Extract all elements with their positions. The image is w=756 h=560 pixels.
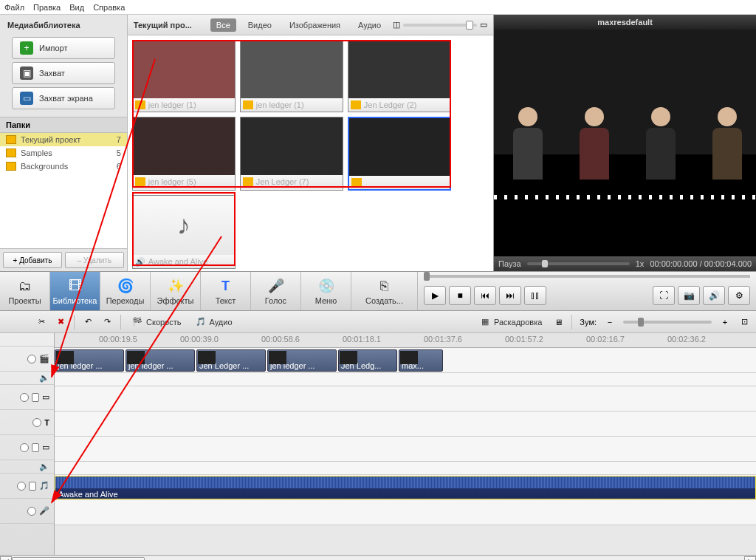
audio-icon: 🔊 bbox=[135, 257, 145, 267]
audio-clip[interactable]: Awake and Alive bbox=[55, 476, 756, 499]
import-button[interactable]: + Импорт bbox=[12, 37, 115, 59]
next-frame-button[interactable]: ⏭ bbox=[499, 286, 521, 305]
filter-all[interactable]: Все bbox=[210, 18, 236, 32]
eye-icon[interactable] bbox=[20, 393, 29, 402]
audio1-vol-track[interactable] bbox=[55, 462, 756, 475]
eye-icon[interactable] bbox=[17, 482, 26, 491]
thumbnail-size-slider[interactable]: ◫ ▭ bbox=[393, 20, 487, 30]
horizontal-scrollbar[interactable]: ◀ ▶ bbox=[0, 555, 756, 560]
text-label: Текст bbox=[216, 296, 236, 305]
video-clip[interactable]: jen ledger ... bbox=[267, 349, 337, 372]
delete-icon[interactable]: ✖ bbox=[55, 316, 66, 328]
lock-icon[interactable] bbox=[32, 393, 39, 402]
stop-button[interactable]: ■ bbox=[449, 286, 471, 305]
scrollbar-thumb[interactable] bbox=[12, 557, 145, 561]
eye-icon[interactable] bbox=[20, 443, 29, 452]
create-button[interactable]: ⎘Создать... bbox=[351, 272, 418, 310]
audio-button[interactable]: 🎵Аудио bbox=[192, 315, 236, 329]
speaker-icon[interactable]: 🔈 bbox=[39, 373, 49, 383]
screen-capture-button[interactable]: ▭ Захват экрана bbox=[12, 87, 115, 109]
import-label: Импорт bbox=[39, 44, 67, 52]
media-thumbnail[interactable]: jen ledger (5) bbox=[132, 117, 236, 191]
filter-video[interactable]: Видео bbox=[242, 18, 278, 32]
video-clip[interactable]: Jen Ledg... bbox=[338, 349, 397, 372]
redo-icon[interactable]: ↷ bbox=[101, 316, 113, 328]
transitions-button[interactable]: 🌀Переходы bbox=[100, 272, 151, 310]
library-button[interactable]: 🎞Библиотека bbox=[50, 272, 100, 310]
audio2-track[interactable]: Awake and Alive bbox=[55, 475, 756, 500]
audio-thumbnail[interactable]: ♪ 🔊Awake and Alive bbox=[132, 195, 236, 269]
speaker-icon[interactable]: 🔈 bbox=[39, 462, 49, 471]
eye-icon[interactable] bbox=[32, 418, 41, 427]
menu-edit[interactable]: Правка bbox=[33, 3, 61, 12]
media-thumbnail[interactable] bbox=[348, 117, 451, 191]
delete-folder-button[interactable]: – Удалить bbox=[65, 252, 124, 268]
media-thumbnail[interactable]: jen ledger (1) bbox=[240, 40, 343, 112]
zoom-out-icon[interactable]: − bbox=[604, 316, 616, 328]
fullscreen-button[interactable]: ⛶ bbox=[653, 286, 675, 305]
volume-button[interactable]: 🔊 bbox=[703, 286, 725, 305]
folder-samples[interactable]: Samples 5 bbox=[0, 146, 127, 160]
filter-images[interactable]: Изображения bbox=[284, 18, 346, 32]
lock-icon[interactable] bbox=[32, 443, 39, 452]
menu-button[interactable]: 💿Меню bbox=[301, 272, 351, 310]
effects-button[interactable]: ✨Эффекты bbox=[151, 272, 201, 310]
media-thumbnail[interactable]: Jen Ledger (7) bbox=[240, 117, 343, 191]
video-clip[interactable]: max... bbox=[399, 349, 443, 372]
split-button[interactable]: ⫿⫿ bbox=[524, 286, 546, 305]
video-clip[interactable]: jen ledger ... bbox=[126, 349, 195, 372]
view-mode-icon[interactable]: 🖥 bbox=[552, 316, 564, 328]
menu-view[interactable]: Вид bbox=[69, 3, 84, 12]
zoom-slider[interactable] bbox=[623, 321, 712, 324]
folder-icon bbox=[6, 135, 16, 144]
voice-track[interactable] bbox=[55, 500, 756, 525]
video-audio-track[interactable] bbox=[55, 373, 756, 386]
scroll-left-icon[interactable]: ◀ bbox=[0, 556, 12, 561]
time-ruler[interactable]: 00:00:19.500:00:39.000:00:58.600:01:18.1… bbox=[55, 333, 756, 348]
play-button[interactable]: ▶ bbox=[424, 286, 446, 305]
tracks-area[interactable]: 00:00:19.500:00:39.000:00:58.600:01:18.1… bbox=[55, 333, 756, 555]
camera-icon: ▣ bbox=[20, 66, 33, 80]
video-track[interactable]: jen ledger ...jen ledger ...Jen Ledger .… bbox=[55, 348, 756, 373]
media-thumbnail[interactable]: jen ledger (1) bbox=[132, 40, 236, 112]
filter-audio[interactable]: Аудио bbox=[352, 18, 387, 32]
eye-icon[interactable] bbox=[27, 355, 36, 363]
preview-seek-bar[interactable] bbox=[418, 272, 756, 281]
folder-current-project[interactable]: Текущий проект 7 bbox=[0, 133, 127, 146]
text-track[interactable] bbox=[55, 412, 756, 437]
cut-icon[interactable]: ✂ bbox=[35, 316, 47, 328]
timeline: 🎬 🔈 ▭ T ▭ 🔈 🎵 🎤 00:00:19.500:00:39.000:0… bbox=[0, 333, 756, 555]
speed-button[interactable]: 🏁Скорость bbox=[128, 315, 185, 329]
media-thumbnail[interactable]: Jen Ledger (2) bbox=[348, 40, 451, 112]
prev-frame-button[interactable]: ⏮ bbox=[474, 286, 496, 305]
video-track-label: 🎬 bbox=[0, 346, 54, 372]
undo-icon[interactable]: ↶ bbox=[82, 316, 94, 328]
eye-icon[interactable] bbox=[27, 507, 36, 516]
text-button[interactable]: TТекст bbox=[201, 272, 251, 310]
audio1-track[interactable] bbox=[55, 437, 756, 462]
settings-button[interactable]: ⚙ bbox=[728, 286, 750, 305]
voice-button[interactable]: 🎤Голос bbox=[251, 272, 301, 310]
video-clip[interactable]: jen ledger ... bbox=[55, 349, 124, 372]
scroll-right-icon[interactable]: ▶ bbox=[744, 556, 756, 561]
preview-video[interactable] bbox=[494, 30, 756, 256]
ruler-label bbox=[0, 333, 54, 346]
menu-file[interactable]: Файл bbox=[4, 3, 24, 12]
lock-icon[interactable] bbox=[29, 482, 36, 491]
library-label: Библиотека bbox=[53, 296, 97, 305]
capture-button[interactable]: ▣ Захват bbox=[12, 62, 115, 84]
zoom-label: Зум: bbox=[580, 318, 597, 327]
library-icon: 🎞 bbox=[66, 277, 84, 295]
add-folder-button[interactable]: + Добавить bbox=[3, 252, 62, 268]
zoom-fit-icon[interactable]: ⊡ bbox=[738, 316, 750, 328]
text-track-label: T bbox=[0, 410, 54, 435]
menu-help[interactable]: Справка bbox=[93, 3, 125, 12]
preview-speed-slider[interactable] bbox=[527, 262, 630, 265]
storyboard-button[interactable]: ▦Раскадровка bbox=[476, 315, 545, 329]
folder-backgrounds[interactable]: Backgrounds 6 bbox=[0, 160, 127, 173]
projects-button[interactable]: 🗂Проекты bbox=[0, 272, 50, 310]
snapshot-button[interactable]: 📷 bbox=[678, 286, 700, 305]
overlay-track[interactable] bbox=[55, 386, 756, 412]
zoom-in-icon[interactable]: + bbox=[719, 316, 731, 328]
video-clip[interactable]: Jen Ledger ... bbox=[196, 349, 266, 372]
